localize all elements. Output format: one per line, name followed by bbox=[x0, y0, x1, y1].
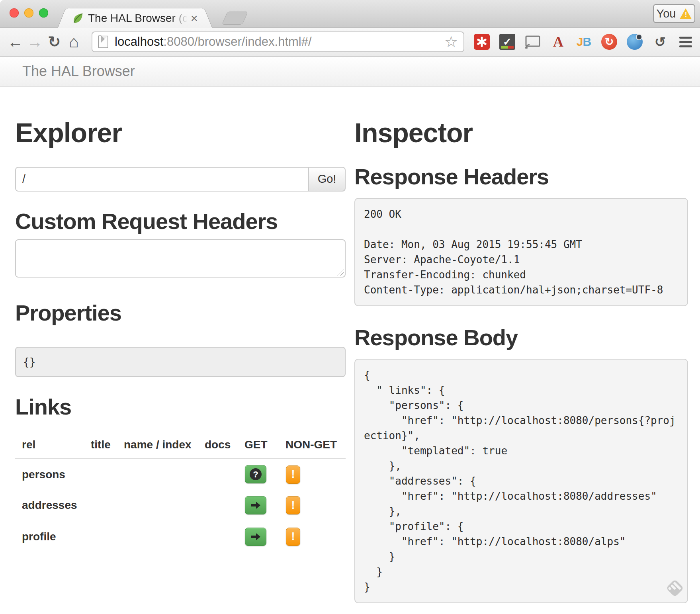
links-table: rel title name / index docs GET NON-GET … bbox=[15, 432, 346, 552]
custom-request-headers-heading: Custom Request Headers bbox=[15, 210, 346, 233]
svg-text:?: ? bbox=[253, 469, 258, 479]
table-row-addresses: addresses ! bbox=[15, 490, 346, 521]
column-header-non-get: NON-GET bbox=[285, 432, 346, 459]
go-button[interactable]: Go! bbox=[308, 167, 346, 192]
rel-label: persons bbox=[15, 459, 91, 490]
custom-headers-textarea[interactable] bbox=[15, 239, 346, 278]
explorer-panel: Explorer Go! Custom Request Headers Prop… bbox=[15, 87, 346, 603]
exclamation-icon: ! bbox=[291, 530, 295, 543]
window-minimize-button[interactable] bbox=[24, 8, 33, 18]
site-brand: The HAL Browser bbox=[22, 63, 135, 80]
spring-leaf-favicon bbox=[72, 12, 84, 24]
properties-heading: Properties bbox=[15, 301, 346, 325]
window-close-button[interactable] bbox=[10, 8, 19, 18]
non-get-button[interactable]: ! bbox=[286, 528, 300, 546]
back-icon[interactable]: ← bbox=[6, 34, 25, 50]
arrow-right-icon bbox=[250, 532, 261, 541]
forward-icon[interactable]: → bbox=[25, 34, 45, 50]
letter-a-extension-icon[interactable]: A bbox=[550, 34, 566, 50]
links-table-header-row: rel title name / index docs GET NON-GET bbox=[15, 432, 346, 459]
home-icon[interactable]: ⌂ bbox=[64, 33, 84, 50]
chromecast-extension-icon[interactable] bbox=[525, 34, 541, 50]
properties-value: {} bbox=[15, 347, 346, 377]
red-swirl-extension-icon[interactable]: ↻ bbox=[601, 34, 617, 50]
feedly-mini-icon[interactable] bbox=[664, 577, 686, 599]
browser-tab[interactable]: The HAL Browser (customiz × bbox=[67, 8, 203, 28]
profile-label: You bbox=[657, 7, 676, 20]
column-header-rel: rel bbox=[15, 432, 91, 459]
page-icon bbox=[98, 35, 108, 48]
response-headers-heading: Response Headers bbox=[354, 165, 688, 188]
non-get-button[interactable]: ! bbox=[286, 465, 300, 484]
column-header-get: GET bbox=[244, 432, 285, 459]
response-headers-box: 200 OK Date: Mon, 03 Aug 2015 19:55:45 G… bbox=[354, 198, 688, 306]
rel-label: profile bbox=[15, 521, 91, 552]
custom-headers-wrap bbox=[15, 239, 346, 279]
get-button[interactable] bbox=[245, 528, 266, 546]
get-button[interactable] bbox=[245, 496, 266, 514]
profile-button[interactable]: You ! bbox=[653, 4, 695, 23]
column-header-title: title bbox=[91, 432, 124, 459]
window-controls bbox=[10, 8, 48, 18]
blue-circle-extension-icon[interactable] bbox=[627, 34, 643, 50]
explorer-heading: Explorer bbox=[15, 119, 346, 147]
warning-icon: ! bbox=[680, 8, 692, 19]
jb-extension-icon[interactable]: JB bbox=[576, 34, 592, 50]
column-header-docs: docs bbox=[205, 432, 244, 459]
exclamation-icon: ! bbox=[291, 499, 295, 512]
get-button[interactable]: ? bbox=[245, 465, 266, 483]
exclamation-icon: ! bbox=[291, 468, 295, 481]
non-get-button[interactable]: ! bbox=[286, 496, 300, 514]
inspector-heading: Inspector bbox=[354, 119, 688, 147]
window-zoom-button[interactable] bbox=[39, 8, 48, 18]
bookmark-star-icon[interactable]: ☆ bbox=[444, 34, 458, 49]
sync-extension-icon[interactable]: ↺ bbox=[652, 34, 668, 50]
browser-tab-bar: The HAL Browser (customiz × You ! bbox=[0, 0, 700, 28]
lastpass-extension-icon[interactable] bbox=[474, 34, 490, 50]
page-content: Explorer Go! Custom Request Headers Prop… bbox=[0, 87, 700, 603]
table-row-profile: profile ! bbox=[15, 521, 346, 552]
explorer-path-input[interactable] bbox=[15, 167, 308, 192]
url-text[interactable]: localhost:8080/browser/index.html#/ bbox=[115, 35, 312, 49]
explorer-input-group: Go! bbox=[15, 167, 346, 192]
site-header: The HAL Browser bbox=[0, 57, 700, 87]
column-header-name-index: name / index bbox=[124, 432, 205, 459]
new-tab-button[interactable] bbox=[222, 12, 248, 25]
response-body-heading: Response Body bbox=[354, 326, 688, 349]
inspector-panel: Inspector Response Headers 200 OK Date: … bbox=[354, 87, 688, 603]
reload-icon[interactable]: ↻ bbox=[45, 34, 64, 49]
tab-title: The HAL Browser (customiz bbox=[88, 12, 189, 25]
response-body-box: { "_links": { "persons": { "href": "http… bbox=[354, 359, 688, 603]
chrome-menu-icon[interactable] bbox=[678, 34, 694, 50]
arrow-right-icon bbox=[250, 501, 261, 510]
table-row-persons: persons ? ! bbox=[15, 459, 346, 490]
browser-toolbar: ← → ↻ ⌂ localhost:8080/browser/index.htm… bbox=[0, 28, 700, 57]
links-heading: Links bbox=[15, 395, 346, 418]
address-bar[interactable]: localhost:8080/browser/index.html#/ ☆ bbox=[92, 31, 464, 52]
checker-extension-icon[interactable]: ✓ bbox=[499, 34, 515, 50]
rel-label: addresses bbox=[15, 490, 91, 521]
tab-close-icon[interactable]: × bbox=[191, 12, 198, 24]
